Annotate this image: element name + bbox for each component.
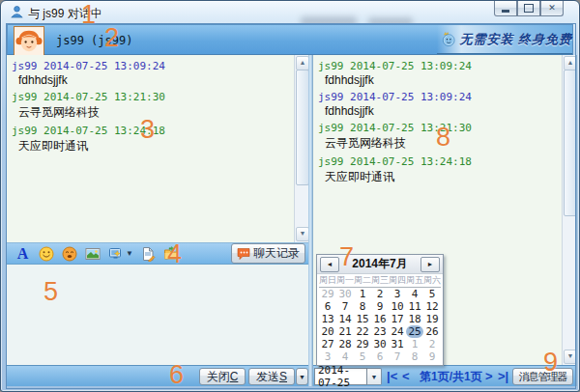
calendar-day[interactable]: 10: [389, 300, 406, 313]
calendar-day[interactable]: 30: [371, 338, 389, 350]
message-body: fdhhdsjjfk: [7, 72, 308, 89]
prev-page-button[interactable]: <: [402, 369, 410, 383]
calendar-day[interactable]: 7: [336, 300, 354, 313]
scroll-up-icon[interactable]: ▲: [296, 56, 308, 70]
calendar-day[interactable]: 18: [406, 313, 423, 325]
calendar-day[interactable]: 5: [423, 288, 441, 300]
chat-display: js99 2014-07-25 13:09:24fdhhdsjjfkjs99 2…: [7, 55, 308, 243]
screenshot-dropdown-icon[interactable]: ▼: [126, 249, 133, 258]
calendar-day[interactable]: 22: [354, 325, 371, 338]
close-chat-button[interactable]: 关闭C: [199, 368, 246, 385]
calendar-day[interactable]: 6: [319, 300, 336, 313]
calendar-day[interactable]: 13: [319, 313, 336, 325]
calendar-day[interactable]: 20: [319, 325, 336, 338]
file-icon[interactable]: [140, 245, 157, 262]
message-body: 云寻觅网络科技: [7, 103, 308, 123]
last-page-button[interactable]: >|: [498, 369, 508, 383]
calendar-day[interactable]: 16: [371, 313, 389, 325]
calendar-day[interactable]: 28: [336, 338, 354, 350]
calendar-day[interactable]: 17: [389, 313, 406, 325]
date-combo[interactable]: 2014-07-25 ▼: [314, 368, 382, 385]
calendar-day[interactable]: 1: [406, 338, 423, 350]
send-button[interactable]: 发送S: [248, 368, 295, 385]
scroll-thumb[interactable]: [564, 70, 576, 216]
calendar-day[interactable]: 7: [389, 350, 406, 363]
scroll-down-icon[interactable]: ▼: [564, 350, 576, 364]
image-icon[interactable]: [84, 245, 101, 262]
calendar-day[interactable]: 24: [389, 325, 406, 338]
calendar-day-selected[interactable]: 25: [406, 325, 423, 338]
scroll-up-icon[interactable]: ▲: [564, 56, 576, 70]
message-body: fdhhdsjjfk: [313, 72, 576, 89]
chat-scrollbar[interactable]: ▲ ▼: [294, 55, 308, 242]
calendar-day-grid: 2930123456789101112131415161718192021222…: [317, 288, 443, 363]
calendar-day[interactable]: 9: [371, 300, 389, 313]
calendar-day[interactable]: 3: [319, 350, 336, 363]
calendar-day[interactable]: 29: [354, 338, 371, 350]
magic-emoticon-icon[interactable]: [61, 245, 77, 262]
minimize-button[interactable]: [494, 1, 517, 16]
calendar-prev-month-button[interactable]: ◄: [320, 257, 339, 272]
folder-icon[interactable]: [163, 245, 180, 262]
calendar-day[interactable]: 21: [336, 325, 354, 338]
date-dropdown-icon[interactable]: ▼: [367, 368, 382, 385]
calendar-day[interactable]: 8: [406, 350, 423, 363]
calendar-day[interactable]: 14: [336, 313, 354, 325]
calendar-weekday: 周日: [319, 274, 336, 288]
chat-history-button[interactable]: 聊天记录: [231, 243, 305, 264]
calendar-day[interactable]: 4: [336, 350, 354, 363]
prev-month-icon: ◄: [327, 261, 334, 267]
title-bar[interactable]: 与 js99 对话中 ✕: [1, 1, 579, 24]
history-scrollbar[interactable]: ▲ ▼: [562, 55, 576, 365]
message-input[interactable]: [7, 265, 308, 365]
message-list: js99 2014-07-25 13:09:24fdhhdsjjfkjs99 2…: [7, 55, 308, 156]
calendar-day[interactable]: 29: [319, 288, 336, 300]
window-controls: ✕: [494, 1, 564, 16]
calendar-day[interactable]: 4: [406, 288, 423, 300]
calendar-day[interactable]: 1: [354, 288, 371, 300]
message-header: js99 2014-07-25 13:09:24: [313, 58, 576, 72]
font-icon[interactable]: A: [14, 245, 31, 262]
calendar-day[interactable]: 30: [336, 288, 354, 300]
calendar-day[interactable]: 26: [423, 325, 441, 338]
close-label: 关闭: [207, 369, 230, 385]
history-message-list: js99 2014-07-25 13:09:24fdhhdsjjfkjs99 2…: [313, 55, 576, 187]
send-options-dropdown[interactable]: ▼: [296, 368, 308, 385]
calendar-day[interactable]: 2: [371, 288, 389, 300]
calendar-day[interactable]: 19: [423, 313, 441, 325]
next-page-button[interactable]: >: [485, 369, 493, 383]
calendar-next-month-button[interactable]: ►: [420, 257, 440, 272]
chat-history-label: 聊天记录: [253, 245, 300, 262]
calendar-day[interactable]: 3: [389, 288, 406, 300]
message-manager-button[interactable]: 消息管理器: [512, 368, 573, 385]
scroll-down-icon[interactable]: ▼: [296, 227, 308, 241]
calendar-day[interactable]: 15: [354, 313, 371, 325]
calendar-day[interactable]: 12: [423, 300, 441, 313]
page-indicator: 第1页/共1页: [420, 369, 482, 385]
date-field[interactable]: 2014-07-25: [314, 368, 367, 385]
calendar-weekday: 周一: [336, 274, 354, 288]
chat-message: js99 2014-07-25 13:24:18天应即时通讯: [7, 123, 308, 156]
emoticon-icon[interactable]: [38, 245, 54, 262]
calendar-day[interactable]: 8: [354, 300, 371, 313]
first-page-button[interactable]: |<: [387, 369, 397, 383]
maximize-button[interactable]: [517, 1, 540, 16]
calendar-weekday-row: 周日周一周二周三周四周五周六: [317, 274, 443, 288]
calendar-weekday: 周六: [423, 274, 441, 288]
calendar-day[interactable]: 6: [371, 350, 389, 363]
calendar-day[interactable]: 5: [354, 350, 371, 363]
calendar-day[interactable]: 2: [423, 338, 441, 350]
calendar-day[interactable]: 11: [406, 300, 423, 313]
calendar-day[interactable]: 27: [319, 338, 336, 350]
composer-buttons-bar: 关闭C 发送S ▼: [7, 365, 308, 386]
close-button[interactable]: ✕: [540, 1, 564, 16]
message-header: js99 2014-07-25 13:24:18: [313, 154, 576, 168]
date-picker-calendar: ◄ 2014年7月 ► 周日周一周二周三周四周五周六 2930123456789…: [316, 254, 444, 366]
calendar-day[interactable]: 9: [423, 350, 441, 363]
screenshot-icon[interactable]: [107, 245, 124, 262]
calendar-day[interactable]: 31: [389, 338, 406, 350]
avatar: [14, 26, 44, 56]
scroll-thumb[interactable]: [296, 70, 308, 185]
calendar-day[interactable]: 23: [371, 325, 389, 338]
calendar-weekday: 周三: [371, 274, 389, 288]
